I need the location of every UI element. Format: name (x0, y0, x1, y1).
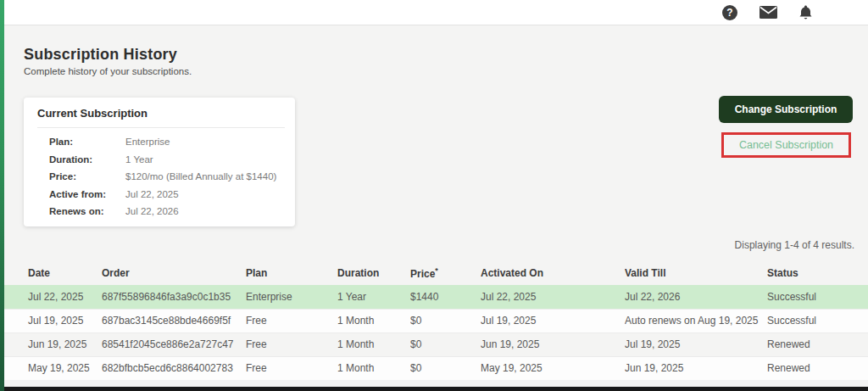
cell-activated-on: Jul 22, 2025 (481, 285, 625, 309)
cell-price: $0 (410, 356, 481, 380)
cell-plan: Free (246, 332, 337, 356)
cancel-subscription-link[interactable]: Cancel Subscription (739, 139, 833, 151)
field-value: Jul 22, 2025 (125, 189, 179, 199)
current-subscription-card: Current Subscription Plan: Enterprise Du… (24, 98, 295, 226)
col-header-date: Date (0, 261, 102, 285)
sidebar-accent-stripe (0, 0, 4, 391)
cell-plan: Free (246, 356, 337, 380)
annotation-highlight-box: Cancel Subscription (721, 132, 851, 158)
field-value: Jul 22, 2026 (125, 206, 179, 216)
field-value: 1 Year (125, 154, 153, 165)
cell-date: Jul 19, 2025 (0, 309, 102, 332)
col-header-duration: Duration (337, 261, 410, 285)
field-duration: Duration: 1 Year (37, 154, 281, 165)
cell-price: $0 (410, 332, 481, 356)
cell-status: Successful (767, 285, 868, 309)
cell-date: Jun 19, 2025 (0, 332, 102, 356)
page-subtitle: Complete history of your subscriptions. (24, 66, 192, 76)
topbar: ? (0, 0, 868, 25)
cell-date: May 19, 2025 (0, 356, 102, 380)
card-divider (37, 127, 285, 128)
cell-order: 68541f2045ce886e2a727c47 (102, 332, 246, 356)
bottom-edge-bar (0, 387, 868, 391)
field-label: Active from: (49, 189, 125, 199)
cell-duration: 1 Month (337, 309, 410, 332)
cell-plan: Enterprise (246, 285, 337, 309)
cell-price: $1440 (410, 285, 481, 309)
col-header-activated-on: Activated On (481, 261, 625, 285)
col-header-order: Order (102, 261, 246, 285)
field-value: $120/mo (Billed Annually at $1440) (125, 171, 276, 182)
change-subscription-button[interactable]: Change Subscription (719, 96, 853, 123)
cell-duration: 1 Month (337, 332, 410, 356)
cell-activated-on: May 19, 2025 (481, 356, 625, 380)
cell-activated-on: Jun 19, 2025 (481, 332, 625, 356)
table-row-current[interactable]: Jul 22, 2025 687f55896846fa3a9c0c1b35 En… (0, 285, 868, 309)
cell-order: 687f55896846fa3a9c0c1b35 (102, 285, 246, 309)
menu-icon[interactable] (834, 4, 853, 20)
field-label: Duration: (49, 154, 125, 165)
bell-icon (799, 5, 812, 20)
cell-duration: 1 Year (337, 285, 410, 309)
cell-status: Successful (767, 309, 868, 332)
cell-valid-till: Jul 19, 2025 (625, 332, 767, 356)
page-title: Subscription History (24, 46, 177, 64)
subscription-history-table: Date Order Plan Duration Price* Activate… (0, 261, 868, 380)
field-value: Enterprise (125, 137, 170, 147)
cell-date: Jul 22, 2025 (0, 285, 102, 309)
field-label: Plan: (49, 137, 125, 147)
cell-valid-till: Jul 22, 2026 (625, 285, 767, 309)
cell-status: Renewed (767, 332, 868, 356)
help-icon: ? (722, 5, 737, 20)
cell-order: 687bac3145ce88bde4669f5f (102, 309, 246, 332)
card-title: Current Subscription (37, 107, 281, 127)
field-label: Renews on: (49, 206, 125, 216)
cell-plan: Free (246, 309, 337, 332)
col-header-price: Price* (410, 261, 481, 285)
help-button[interactable]: ? (722, 5, 737, 20)
cell-valid-till: Auto renews on Aug 19, 2025 (625, 309, 767, 332)
cell-duration: 1 Month (337, 356, 410, 380)
price-footnote-marker: * (435, 266, 438, 275)
field-active-from: Active from: Jul 22, 2025 (37, 189, 281, 199)
cell-status: Renewed (767, 356, 868, 380)
cell-activated-on: Jul 19, 2025 (481, 309, 625, 332)
field-price: Price: $120/mo (Billed Annually at $1440… (37, 171, 281, 182)
cell-valid-till: Jun 19, 2025 (625, 356, 767, 380)
table-row[interactable]: May 19, 2025 682bfbcb5ecd6c8864002783 Fr… (0, 356, 868, 380)
field-plan: Plan: Enterprise (37, 137, 281, 147)
col-header-plan: Plan (246, 261, 337, 285)
mail-icon (760, 6, 777, 19)
table-row[interactable]: Jun 19, 2025 68541f2045ce886e2a727c47 Fr… (0, 332, 868, 356)
col-header-valid-till: Valid Till (625, 261, 767, 285)
results-summary: Displaying 1-4 of 4 results. (735, 239, 854, 251)
mail-button[interactable] (760, 6, 777, 19)
col-header-status: Status (767, 261, 868, 285)
cell-price: $0 (410, 309, 481, 332)
field-label: Price: (49, 171, 125, 182)
table-header-row: Date Order Plan Duration Price* Activate… (0, 261, 868, 285)
notifications-button[interactable] (799, 5, 812, 20)
table-row[interactable]: Jul 19, 2025 687bac3145ce88bde4669f5f Fr… (0, 309, 868, 332)
cell-order: 682bfbcb5ecd6c8864002783 (102, 356, 246, 380)
field-renews-on: Renews on: Jul 22, 2026 (37, 206, 281, 216)
